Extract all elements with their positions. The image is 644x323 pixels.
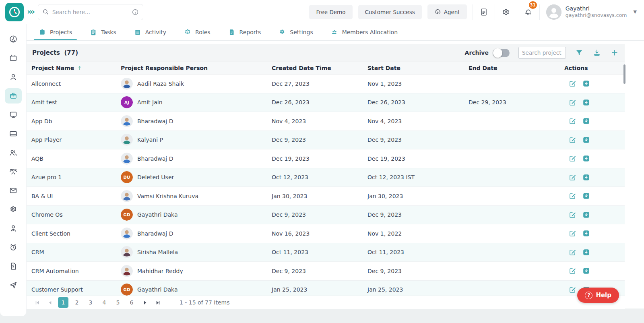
monitor-icon: [9, 110, 18, 119]
free-demo-button[interactable]: Free Demo: [309, 5, 352, 19]
edit-project-button[interactable]: [568, 230, 576, 238]
edit-project-button[interactable]: [568, 192, 576, 200]
next-page-button[interactable]: [140, 298, 150, 307]
tab-projects[interactable]: Projects: [39, 24, 72, 40]
page-button[interactable]: 2: [72, 297, 82, 308]
table-row: Client SectionBharadwaj DNov 16, 2023Nov…: [27, 224, 625, 243]
actions-cell: [559, 98, 625, 106]
edit-project-button[interactable]: [568, 286, 576, 294]
table-header: Project Name↑ Project Responsible Person…: [27, 62, 625, 75]
column-header-project-name[interactable]: Project Name↑: [27, 65, 116, 71]
edit-project-button[interactable]: [568, 117, 576, 125]
project-search-input[interactable]: [518, 47, 566, 59]
sidebar-item-monitor[interactable]: [5, 107, 22, 122]
credit-card-icon: [9, 129, 18, 138]
column-header-start-date[interactable]: Start Date: [363, 65, 464, 71]
tab-members-allocation[interactable]: Members Allocation: [331, 24, 398, 40]
person-avatar: GD: [121, 284, 133, 296]
first-page-button[interactable]: [32, 298, 42, 307]
archive-toggle[interactable]: [493, 49, 510, 57]
actions-cell: [559, 80, 625, 88]
archive-project-button[interactable]: [582, 230, 590, 238]
archive-project-button[interactable]: [582, 136, 590, 144]
column-header-responsible-person[interactable]: Project Responsible Person: [116, 65, 267, 71]
tab-settings[interactable]: Settings: [279, 24, 313, 40]
notifications-button[interactable]: 31: [517, 4, 539, 20]
archive-project-button[interactable]: [582, 155, 590, 163]
archive-project-button[interactable]: [582, 192, 590, 200]
edit-project-button[interactable]: [568, 136, 576, 144]
customer-success-button[interactable]: Customer Success: [358, 5, 422, 19]
sidebar-item-tv[interactable]: [5, 50, 22, 66]
archive-project-button[interactable]: [582, 117, 590, 125]
notes-button[interactable]: [473, 4, 495, 20]
page-button[interactable]: 4: [99, 297, 109, 308]
tab-roles[interactable]: Roles: [184, 24, 210, 40]
person-name: Bharadwaj D: [137, 230, 173, 237]
app-logo-clock-icon[interactable]: [5, 3, 24, 21]
edit-project-button[interactable]: [568, 211, 576, 219]
person-name: Aadil Raza Shaik: [137, 81, 184, 87]
page-button[interactable]: 6: [126, 297, 137, 308]
start-date: Jan 30, 2023: [363, 193, 464, 199]
notification-badge: 31: [529, 1, 537, 9]
sidebar-item-billing[interactable]: [5, 126, 22, 141]
column-header-created-date[interactable]: Created Date Time: [267, 65, 363, 71]
sidebar-item-clients[interactable]: [5, 145, 22, 160]
page-button[interactable]: 5: [113, 297, 123, 308]
archive-project-button[interactable]: [582, 267, 590, 275]
sidebar-item-timer[interactable]: [5, 31, 22, 47]
sidebar-item-user[interactable]: [5, 69, 22, 85]
sidebar-item-mail[interactable]: [5, 183, 22, 198]
filter-button[interactable]: [575, 48, 584, 57]
add-project-button[interactable]: [610, 48, 619, 57]
person-name: Gayathri Daka: [137, 211, 178, 218]
last-page-button[interactable]: [153, 298, 163, 307]
sidebar-item-send[interactable]: [5, 277, 22, 293]
page-button[interactable]: 3: [85, 297, 96, 308]
free-demo-label: Free Demo: [316, 9, 345, 15]
sidebar-item-settings[interactable]: [5, 202, 22, 217]
previous-page-button[interactable]: [45, 298, 55, 307]
settings-button[interactable]: [495, 4, 517, 20]
created-date: Dec 19, 2023: [267, 155, 363, 162]
edit-project-button[interactable]: [568, 248, 576, 256]
actions-cell: [559, 136, 625, 144]
sidebar-expand-icon[interactable]: ›››: [27, 8, 34, 16]
archive-project-button[interactable]: [582, 211, 590, 219]
sidebar-item-alarm[interactable]: [5, 240, 22, 255]
sidebar-item-team[interactable]: [5, 164, 22, 179]
person-avatar: [121, 228, 133, 240]
agent-download-button[interactable]: Agent: [427, 4, 467, 19]
archive-project-button[interactable]: [582, 98, 590, 106]
column-header-end-date[interactable]: End Date: [464, 65, 559, 71]
tab-tasks[interactable]: Tasks: [90, 24, 116, 40]
edit-project-button[interactable]: [568, 173, 576, 181]
edit-project-button[interactable]: [568, 98, 576, 106]
tab-activity[interactable]: Activity: [134, 24, 166, 40]
archive-project-button[interactable]: [582, 248, 590, 256]
person-photo-avatar: [121, 228, 133, 240]
page-button[interactable]: 1: [58, 297, 68, 308]
edit-icon: [569, 99, 576, 106]
tab-reports[interactable]: Reports: [228, 24, 261, 40]
download-button[interactable]: [592, 48, 601, 57]
global-search-input[interactable]: [52, 9, 128, 15]
project-name: App Player: [27, 137, 116, 143]
edit-project-button[interactable]: [568, 80, 576, 88]
actions-cell: [559, 267, 625, 275]
sidebar-item-profile[interactable]: [5, 221, 22, 236]
info-icon[interactable]: [132, 8, 139, 16]
edit-project-button[interactable]: [568, 155, 576, 163]
vertical-scrollbar-thumb[interactable]: [623, 64, 625, 84]
chevron-down-icon: ▼: [634, 9, 637, 14]
sidebar-item-projects[interactable]: [5, 88, 22, 104]
archive-project-button[interactable]: [582, 80, 590, 88]
archive-project-button[interactable]: [582, 173, 590, 181]
gear-icon: [9, 205, 18, 214]
sidebar-item-invoice[interactable]: [5, 259, 22, 274]
edit-project-button[interactable]: [568, 267, 576, 275]
user-menu[interactable]: Gayathri gayathri@snovasys.com ▼: [539, 4, 644, 20]
help-button[interactable]: ? Help: [577, 288, 619, 303]
cloud-download-icon: [434, 8, 441, 15]
